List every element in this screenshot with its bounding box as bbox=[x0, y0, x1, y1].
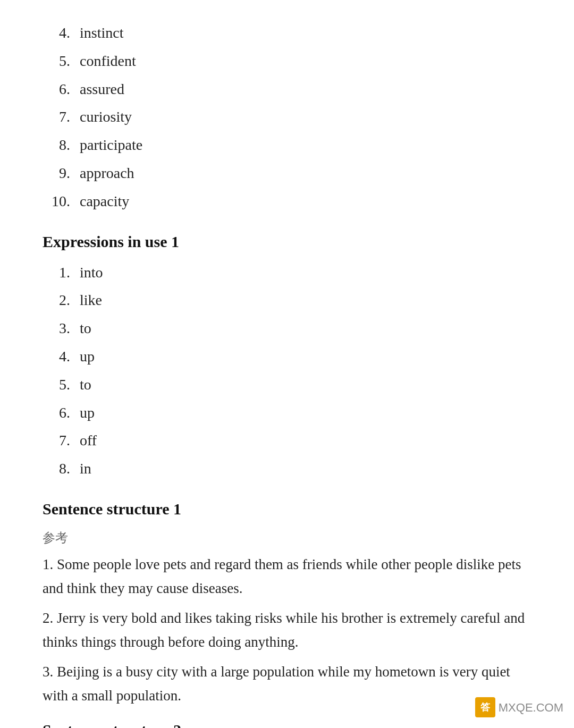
item-value: instinct bbox=[80, 21, 123, 45]
expr-number: 4. bbox=[43, 345, 80, 369]
item-number: 6. bbox=[43, 78, 80, 101]
expression-item: 2.like bbox=[43, 289, 531, 312]
expression-item: 6.up bbox=[43, 401, 531, 425]
watermark-text: MXQE.COM bbox=[499, 699, 563, 716]
expr-number: 2. bbox=[43, 289, 80, 312]
item-value: capacity bbox=[80, 190, 129, 214]
list-item: 8.participate bbox=[43, 133, 531, 157]
sentence-structure-heading: Sentence structure 1 bbox=[43, 497, 531, 521]
vocabulary-list: 4.instinct5.confident6.assured7.curiosit… bbox=[43, 21, 531, 214]
expression-item: 4.up bbox=[43, 345, 531, 369]
expr-number: 6. bbox=[43, 401, 80, 425]
expr-number: 3. bbox=[43, 317, 80, 341]
expr-value: into bbox=[80, 261, 103, 285]
chinese-reference: 参考 bbox=[43, 528, 531, 547]
item-value: assured bbox=[80, 78, 124, 101]
expr-value: up bbox=[80, 401, 95, 425]
item-number: 10. bbox=[43, 190, 80, 214]
paragraph-3: 3. Beijing is a busy city with a large p… bbox=[43, 660, 531, 707]
expression-item: 8.in bbox=[43, 457, 531, 481]
expr-value: like bbox=[80, 289, 102, 312]
expr-value: off bbox=[80, 429, 97, 453]
watermark: 答 MXQE.COM bbox=[475, 697, 563, 717]
item-value: participate bbox=[80, 133, 142, 157]
expressions-list: 1.into2.like3.to4.up5.to6.up7.off8.in bbox=[43, 261, 531, 481]
watermark-icon: 答 bbox=[475, 697, 495, 717]
item-number: 5. bbox=[43, 49, 80, 73]
expr-number: 7. bbox=[43, 429, 80, 453]
list-item: 9.approach bbox=[43, 162, 531, 185]
sentence-structure2-heading: Sentence structure 2 bbox=[43, 718, 531, 728]
item-value: approach bbox=[80, 162, 134, 185]
paragraph-1: 1. Some people love pets and regard them… bbox=[43, 553, 531, 600]
expression-item: 1.into bbox=[43, 261, 531, 285]
item-number: 9. bbox=[43, 162, 80, 185]
list-item: 7.curiosity bbox=[43, 105, 531, 129]
paragraphs-container: 1. Some people love pets and regard them… bbox=[43, 553, 531, 707]
item-number: 7. bbox=[43, 105, 80, 129]
expr-value: to bbox=[80, 317, 91, 341]
item-value: confident bbox=[80, 49, 136, 73]
expressions-heading: Expressions in use 1 bbox=[43, 230, 531, 253]
expr-value: to bbox=[80, 373, 91, 397]
expr-number: 5. bbox=[43, 373, 80, 397]
expr-value: in bbox=[80, 457, 91, 481]
list-item: 6.assured bbox=[43, 78, 531, 101]
expression-item: 5.to bbox=[43, 373, 531, 397]
expression-item: 7.off bbox=[43, 429, 531, 453]
expr-number: 1. bbox=[43, 261, 80, 285]
list-item: 10.capacity bbox=[43, 190, 531, 214]
expression-item: 3.to bbox=[43, 317, 531, 341]
item-number: 4. bbox=[43, 21, 80, 45]
expr-number: 8. bbox=[43, 457, 80, 481]
item-value: curiosity bbox=[80, 105, 132, 129]
list-item: 4.instinct bbox=[43, 21, 531, 45]
list-item: 5.confident bbox=[43, 49, 531, 73]
paragraph-2: 2. Jerry is very bold and likes taking r… bbox=[43, 606, 531, 654]
expr-value: up bbox=[80, 345, 95, 369]
item-number: 8. bbox=[43, 133, 80, 157]
